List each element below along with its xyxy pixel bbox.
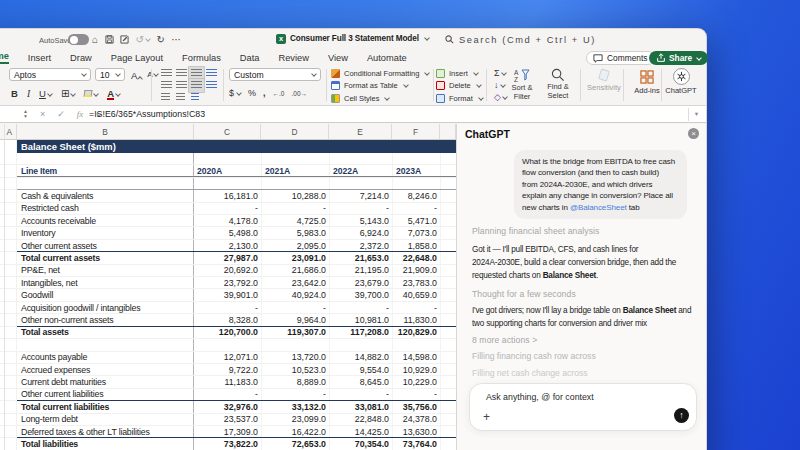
status-planning: Planning financial sheet analysis xyxy=(472,226,600,236)
tab-view[interactable]: View xyxy=(328,53,348,63)
column-header-F[interactable]: F xyxy=(392,124,440,139)
italic-button[interactable]: I xyxy=(27,89,30,99)
tab-insert[interactable]: Insert xyxy=(28,53,51,63)
formula-text[interactable]: =IS!E6/365*Assumptions!C83 xyxy=(89,106,205,122)
grow-font-button[interactable]: A xyxy=(131,70,142,81)
increase-decimal-button[interactable]: ←.0 xyxy=(273,90,285,97)
tab-formulas[interactable]: Formulas xyxy=(182,53,221,63)
sheet-row[interactable]: Total liabilities73,822.072,653.070,354.… xyxy=(0,438,456,450)
ribbon-tabs: HomeInsertDrawPage LayoutFormulasDataRev… xyxy=(0,49,706,66)
percent-button[interactable]: % xyxy=(248,88,256,98)
font-size-select[interactable]: 10 xyxy=(95,68,125,81)
tab-review[interactable]: Review xyxy=(278,53,308,63)
cancel-icon[interactable]: × xyxy=(40,109,45,119)
sheet-row[interactable]: Total current liabilities32,976.033,132.… xyxy=(0,401,456,413)
tab-page-layout[interactable]: Page Layout xyxy=(111,53,163,63)
redo-icon[interactable]: ↻ xyxy=(156,33,164,46)
conditional-formatting-icon xyxy=(331,69,340,78)
fx-icon[interactable]: fx xyxy=(77,109,84,119)
alignment-group[interactable] xyxy=(159,67,219,103)
sheet-row[interactable]: Current debt maturities11,183.08,889.08,… xyxy=(0,376,456,388)
formula-bar-expand[interactable]: ▼ xyxy=(688,108,704,121)
underline-button[interactable]: U xyxy=(39,88,46,99)
comments-icon xyxy=(593,54,603,63)
borders-button[interactable]: ⊞ xyxy=(61,88,69,99)
sheet-row[interactable]: Total current assets27,987.023,091.021,6… xyxy=(0,252,456,264)
column-headers[interactable]: ABCDEF xyxy=(0,124,456,140)
insert-cells-button[interactable]: Insert xyxy=(436,68,483,78)
sheet-row[interactable]: Total assets120,700.0119,307.0117,208.01… xyxy=(0,327,456,339)
find-select-icon xyxy=(551,68,565,82)
sheet-row[interactable]: Accounts payable12,071.013,720.014,882.0… xyxy=(0,352,456,364)
sheet-title: Balance Sheet ($mm) xyxy=(17,140,456,153)
decrease-decimal-button[interactable]: .00→ xyxy=(291,90,307,97)
column-header-D[interactable]: D xyxy=(261,124,329,139)
comma-button[interactable]: , xyxy=(263,88,266,98)
document-title[interactable]: x Consumer Full 3 Statement Model xyxy=(276,34,429,44)
sheet-row[interactable]: Inventory5,498.05,983.06,924.07,073.0 xyxy=(0,227,456,239)
name-box-spinner[interactable]: ▲▼ xyxy=(23,109,28,119)
enter-icon[interactable]: ✓ xyxy=(57,109,65,119)
tab-home[interactable]: Home xyxy=(0,51,9,64)
ribbon: Aptos 10 A A B I U ⊞ A Custom $ % , xyxy=(0,66,706,105)
delete-cells-button[interactable]: Delete xyxy=(436,81,483,91)
shrink-font-button[interactable]: A xyxy=(147,70,157,81)
column-header-E[interactable]: E xyxy=(329,124,392,139)
font-name-select[interactable]: Aptos xyxy=(9,68,91,81)
sort-filter-button[interactable]: AZ Sort &Filter xyxy=(502,68,542,101)
conditional-formatting-button[interactable]: Conditional Formatting xyxy=(331,68,429,78)
undo-icon[interactable]: ↺ xyxy=(136,33,150,46)
cell-styles-button[interactable]: Cell Styles xyxy=(331,93,429,103)
excel-icon: x xyxy=(276,34,286,44)
status-filling-net-cash: Filling net cash change across xyxy=(472,368,588,378)
save-icon[interactable] xyxy=(105,35,114,44)
fill-color-button[interactable] xyxy=(84,90,93,97)
chatgpt-pane-title: ChatGPT xyxy=(465,128,510,140)
chatgpt-icon xyxy=(673,68,690,85)
autosave-toggle[interactable] xyxy=(68,34,89,45)
chat-input[interactable]: Ask anything, @ for context + ↑ xyxy=(469,383,697,431)
sheet-row[interactable]: Intangibles, net23,792.023,642.023,679.0… xyxy=(0,277,456,289)
chat-input-placeholder: Ask anything, @ for context xyxy=(486,392,594,402)
sheet-row[interactable]: Accounts receivable4,178.04,725.05,143.0… xyxy=(0,215,456,227)
tab-draw[interactable]: Draw xyxy=(70,53,92,63)
more-icon[interactable]: ⋯ xyxy=(171,33,181,46)
sheet-row[interactable]: Long-term debt23,537.023,099.022,848.024… xyxy=(0,414,456,426)
sheet-row[interactable]: Acquisition goodwill / intangibles---- xyxy=(0,302,456,314)
currency-button[interactable]: $ xyxy=(229,88,234,98)
number-format-select[interactable]: Custom xyxy=(229,68,321,81)
bold-button[interactable]: B xyxy=(11,88,18,99)
chatgpt-button[interactable]: ChatGPT xyxy=(660,68,702,95)
sheet-row[interactable]: Cash & equivalents16,181.010,288.07,214.… xyxy=(0,190,456,202)
tab-data[interactable]: Data xyxy=(240,53,260,63)
home-icon[interactable]: ⌂ xyxy=(92,33,98,46)
sheet-row[interactable]: Goodwill39,901.040,924.039,700.040,659.0 xyxy=(0,289,456,301)
share-button[interactable]: Share xyxy=(649,51,708,65)
sensitivity-button: Sensitivity xyxy=(582,68,626,92)
sort-filter-label: Sort &Filter xyxy=(512,83,533,101)
sheet-row[interactable]: Balance Sheet ($mm) xyxy=(0,140,456,153)
search-field[interactable]: Search (Cmd + Ctrl + U) xyxy=(445,35,596,45)
attach-button[interactable]: + xyxy=(483,410,490,424)
spreadsheet[interactable]: ABCDEF Balance Sheet ($mm)Line Item2020A… xyxy=(0,124,456,450)
assistant-message-1: Got it — I'll pull EBITDA, CFS, and cash… xyxy=(472,243,676,282)
column-header-B[interactable]: B xyxy=(17,124,194,139)
column-header-C[interactable]: C xyxy=(194,124,261,139)
sheet-row[interactable] xyxy=(0,153,456,165)
comments-button[interactable]: Comments xyxy=(586,51,655,65)
find-select-button[interactable]: Find &Select xyxy=(538,68,578,100)
format-cells-button[interactable]: Format xyxy=(436,93,483,103)
more-actions-link[interactable]: 8 more actions > xyxy=(472,335,537,345)
sheet-row[interactable]: Restricted cash---- xyxy=(0,203,456,215)
format-as-table-button[interactable]: Format as Table xyxy=(331,81,429,91)
sheet-row[interactable]: Accrued expenses9,722.010,523.09,554.010… xyxy=(0,364,456,376)
sheet-row[interactable]: Line Item2020A2021A2022A2023A xyxy=(0,165,456,177)
font-color-button[interactable]: A xyxy=(107,89,114,100)
formula-bar[interactable]: ▲▼ × ✓ fx =IS!E6/365*Assumptions!C83 ▼ xyxy=(0,105,706,123)
sheet-row[interactable]: PP&E, net20,692.021,686.021,195.021,909.… xyxy=(0,265,456,277)
tab-automate[interactable]: Automate xyxy=(367,53,407,63)
save-as-icon[interactable] xyxy=(120,35,129,44)
sheet-row[interactable] xyxy=(0,339,456,351)
send-button[interactable]: ↑ xyxy=(674,408,689,423)
close-icon[interactable]: × xyxy=(688,128,699,139)
